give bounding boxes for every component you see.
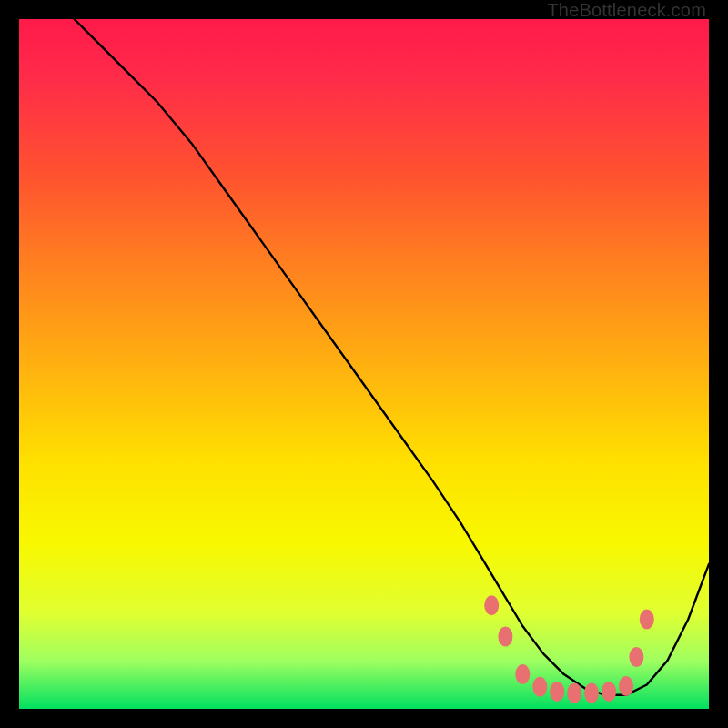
watermark-label: TheBottleneck.com xyxy=(547,0,706,21)
chart-gradient-area xyxy=(19,19,709,709)
